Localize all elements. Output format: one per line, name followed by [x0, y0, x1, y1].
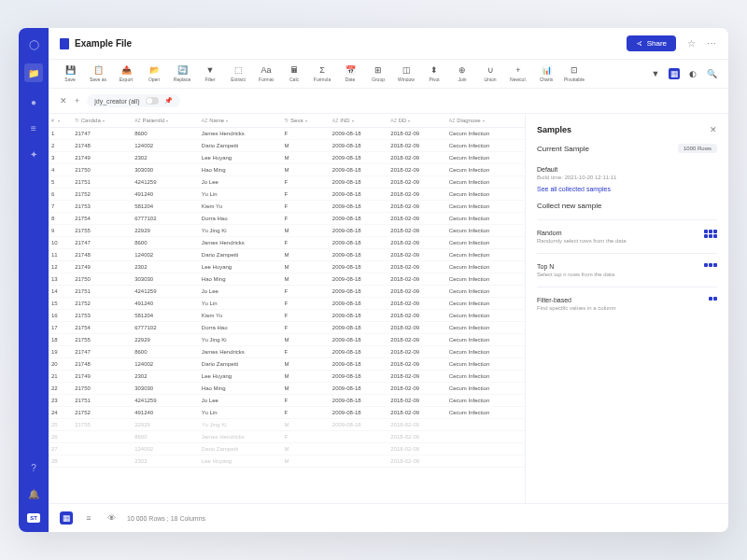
tool-save-as[interactable]: 📋Save as [88, 65, 108, 82]
table-cell: 2018-02-09 [388, 237, 446, 249]
table-row[interactable]: 2421752491240Yu LinF2009-08-182018-02-09… [49, 407, 525, 419]
sample-option-filter-based[interactable]: Filter-basedFind specific values in a co… [537, 287, 717, 320]
column-header[interactable]: AZIND▾ [330, 114, 388, 128]
tool-newcol-[interactable]: +Newcol. [508, 65, 529, 82]
table-row[interactable]: 1121748124002Dario ZampettiM2009-08-1820… [49, 249, 525, 261]
tool-pivot[interactable]: ⬍Pivot [424, 65, 444, 82]
tool-filter[interactable]: ▼Filter [200, 65, 220, 82]
panel-close-icon[interactable]: ✕ [710, 125, 717, 134]
column-header[interactable]: TrCardida▾ [72, 114, 132, 128]
view-table-icon[interactable]: ▦ [60, 511, 73, 525]
save-icon: 💾 [65, 65, 75, 75]
table-cell: 2302 [132, 371, 199, 383]
view-list-icon[interactable]: ≡ [82, 511, 95, 525]
table-cell: 2009-08-18 [330, 152, 388, 164]
sample-option-random[interactable]: RandomRandomly select rows from the data [537, 219, 717, 253]
star-icon[interactable]: ☆ [685, 38, 697, 49]
filter-toggle[interactable] [146, 97, 159, 105]
share-button[interactable]: ⪡Share [627, 35, 676, 51]
table-row[interactable]: 621752491240Yu LinF2009-08-182018-02-09C… [49, 189, 525, 201]
tool-extract[interactable]: ⬚Extract [228, 65, 248, 82]
table-row[interactable]: 421750303030Hao MingM2009-08-182018-02-0… [49, 164, 525, 176]
table-cell: Hao Ming [199, 164, 282, 176]
tool-charts[interactable]: 📊Charts [536, 65, 557, 82]
sample-option-top-n[interactable]: Top NSelect top n rows from the data [537, 253, 717, 287]
table-row[interactable]: 1321750303030Hao MingM2009-08-182018-02-… [49, 273, 525, 286]
table-row[interactable]: 1521752491240Yu LinF2009-08-182018-02-09… [49, 298, 525, 310]
logo-icon[interactable]: ◯ [27, 37, 40, 50]
column-header[interactable]: #▾ [49, 114, 72, 128]
tool-join[interactable]: ⊕Join [452, 65, 472, 82]
tool-replace[interactable]: 🔄Replace [172, 65, 192, 82]
group-icon: ⊞ [374, 65, 383, 75]
files-icon[interactable]: 📁 [24, 63, 43, 82]
table-cell: M [281, 140, 329, 152]
tool-save[interactable]: 💾Save [60, 65, 80, 82]
table-row[interactable]: 12217492302Lee HuyangM2009-08-182018-02-… [49, 261, 525, 273]
table-row[interactable]: 721753581204Kiem YuF2009-08-182018-02-09… [49, 201, 525, 213]
nav-item-icon[interactable]: ≡ [27, 121, 40, 134]
table-cell: 2018-02-09 [388, 419, 446, 431]
table-cell [72, 455, 132, 468]
close-filter-icon[interactable]: ✕ [60, 96, 67, 105]
tool-calc[interactable]: 🖩Calc [284, 65, 304, 82]
table-row[interactable]: 3217492302Lee HuyangM2009-08-182018-02-0… [49, 152, 525, 164]
table-row[interactable]: 182175522929Yu Jing KiM2009-08-182018-02… [49, 334, 525, 346]
tool-union[interactable]: ∪Union [480, 65, 500, 82]
tool-window[interactable]: ◫Window [396, 65, 416, 82]
data-table: #▾TrCardida▾AZPatientId▾AZName▾TrSexa▾AZ… [49, 114, 525, 468]
table-row[interactable]: 282302Lee HuyangM2018-02-09 [49, 455, 525, 468]
table-cell: M [281, 455, 329, 468]
more-icon[interactable]: ⋯ [706, 38, 717, 49]
filter-icon[interactable]: ▼ [650, 68, 661, 79]
column-header[interactable]: TrSexa▾ [281, 114, 329, 128]
user-badge[interactable]: ST [27, 513, 40, 523]
tool-formula[interactable]: ΣFormula [312, 65, 332, 82]
table-cell: 21755 [72, 334, 132, 346]
see-all-link[interactable]: See all collected samples [537, 186, 717, 192]
main-area: Example File ⪡Share ☆ ⋯ 💾Save📋Save as📤Ex… [49, 28, 728, 532]
table-row[interactable]: 14217514241259Jo LeeF2009-08-182018-02-0… [49, 286, 525, 298]
view-grid-icon[interactable]: ▦ [669, 68, 680, 79]
bell-icon[interactable]: 🔔 [27, 487, 40, 500]
tool-pivottable[interactable]: ⊡Pivottable [564, 65, 585, 82]
tool-open[interactable]: 📂Open [144, 65, 164, 82]
help-icon[interactable]: ? [27, 461, 40, 474]
table-row[interactable]: 21217492302Lee HuyangM2009-08-182018-02-… [49, 371, 525, 383]
column-header[interactable]: AZDiagnose▾ [446, 114, 525, 128]
tool-export[interactable]: 📤Export [116, 65, 136, 82]
filter-pin-icon[interactable]: 📌 [164, 97, 173, 105]
table-cell: Kiem Yu [199, 310, 282, 322]
column-header[interactable]: AZName▾ [199, 114, 282, 128]
tool-format[interactable]: AaFormat [256, 65, 276, 82]
nav-item-icon[interactable]: ✦ [27, 147, 40, 161]
column-header[interactable]: AZPatientId▾ [132, 114, 199, 128]
tool-group[interactable]: ⊞Group [368, 65, 388, 82]
table-row[interactable]: 252175522929Yu Jing KiM2009-08-182018-02… [49, 419, 525, 431]
table-cell: 2009-08-18 [330, 273, 388, 286]
table-row[interactable]: 10217478600James HendricksF2009-08-18201… [49, 237, 525, 249]
table-row[interactable]: 27124002Dario ZampettiM2018-02-09 [49, 443, 525, 455]
table-row[interactable]: 23217514241259Jo LeeF2009-08-182018-02-0… [49, 395, 525, 407]
search-icon[interactable]: 🔍 [706, 68, 717, 79]
table-cell: 2009-08-18 [330, 128, 388, 140]
table-row[interactable]: 221748124002Dario ZampettiM2009-08-18201… [49, 140, 525, 152]
table-row[interactable]: 19217478600James HendricksF2009-08-18201… [49, 346, 525, 358]
table-row[interactable]: 1621753581204Kiem YuF2009-08-182018-02-0… [49, 310, 525, 322]
table-row[interactable]: 2221750303030Hao MingM2009-08-182018-02-… [49, 383, 525, 395]
table-row[interactable]: 17217546777102Dorra HaoF2009-08-182018-0… [49, 322, 525, 334]
table-row[interactable]: 1217478600James HendricksF2009-08-182018… [49, 128, 525, 140]
filter-chip[interactable]: jdy_creator (all) 📌 [87, 94, 179, 107]
table-row[interactable]: 8217546777102Dorra HaoF2009-08-182018-02… [49, 213, 525, 225]
file-icon [60, 38, 69, 49]
tool-date[interactable]: 📅Date [340, 65, 360, 82]
table-row[interactable]: 2021748124002Dario ZampettiM2009-08-1820… [49, 358, 525, 371]
nav-item-icon[interactable]: ● [27, 95, 40, 108]
add-filter-icon[interactable]: + [75, 96, 79, 105]
table-row[interactable]: 5217514241259Jo LeeF2009-08-182018-02-09… [49, 176, 525, 189]
column-header[interactable]: AZDD▾ [388, 114, 446, 128]
contrast-icon[interactable]: ◐ [687, 68, 698, 79]
visibility-icon[interactable]: 👁 [105, 511, 118, 525]
table-row[interactable]: 92175522929Yu Jing KiM2009-08-182018-02-… [49, 225, 525, 237]
table-row[interactable]: 268600James HendricksF2018-02-09 [49, 431, 525, 443]
